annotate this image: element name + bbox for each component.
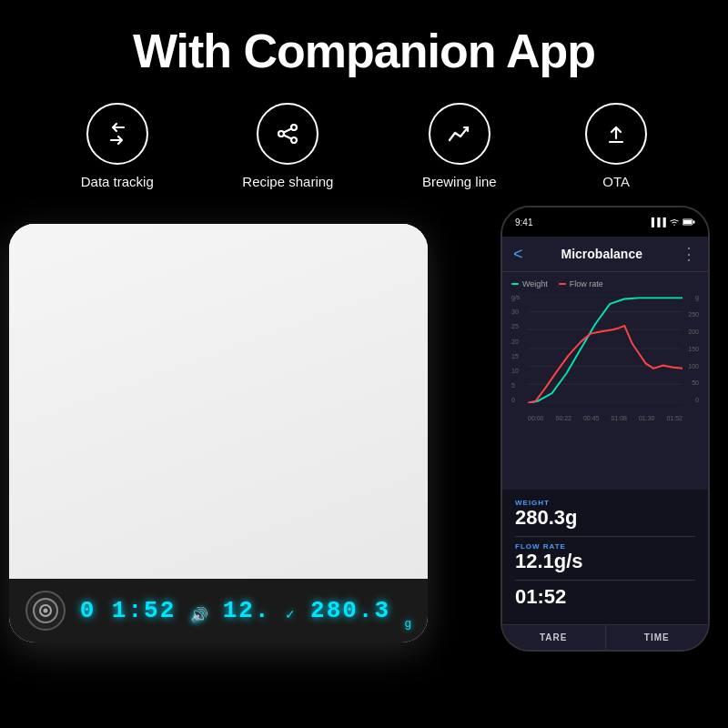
arrows-icon (104, 120, 131, 147)
flow-rate-chart-line (528, 326, 682, 403)
app-title: Microbalance (523, 247, 681, 261)
chart-svg (528, 294, 682, 403)
feature-data-tracking: Data trackig (81, 103, 154, 189)
y-right-unit: g (688, 294, 699, 300)
ota-label: OTA (602, 174, 630, 189)
signal-icon: ▐▐▐ (649, 217, 666, 227)
app-header: < Microbalance ⋮ (502, 237, 708, 272)
y-axis-right: g 250 200 150 100 50 0 (688, 294, 699, 403)
scale-button-icon (39, 604, 52, 617)
scale-speaker-icon: 🔊 (190, 606, 208, 623)
scale-weight-display: 12. (223, 597, 271, 624)
stats-section: WEIGHT 280.3g FLOW RATE 12.1g/s 01:52 (502, 490, 708, 625)
phone-screen: < Microbalance ⋮ Weight Flow rate (502, 237, 708, 650)
ota-icon-circle (585, 103, 647, 165)
brewing-line-icon-circle (429, 103, 490, 165)
svg-line-4 (284, 136, 291, 139)
scale-surface (9, 224, 428, 579)
data-tracking-label: Data trackig (81, 174, 154, 189)
svg-line-3 (284, 129, 291, 133)
y-left-unit: g/s (511, 294, 520, 300)
phone-status-bar: 9:41 ▐▐▐ (502, 207, 708, 237)
chart-container: g/s 30 25 20 15 10 5 0 g 250 200 1 (511, 294, 699, 421)
weight-legend-label: Weight (522, 279, 548, 288)
chart-icon (446, 120, 473, 147)
brewing-line-label: Brewing line (422, 174, 497, 189)
weight-chart-line (528, 298, 682, 404)
svg-rect-8 (693, 221, 695, 224)
svg-rect-9 (683, 220, 692, 224)
data-tracking-icon-circle (86, 103, 148, 165)
time-stat-row: 01:52 (515, 586, 695, 608)
wifi-icon (670, 218, 679, 226)
recipe-sharing-label: Recipe sharing (242, 174, 333, 189)
scale-device: 0 1:52 🔊 12. ✓ 280.3 g (9, 224, 428, 642)
flow-rate-legend-label: Flow rate (570, 279, 603, 288)
upload-icon (602, 120, 630, 147)
chart-section: Weight Flow rate g/s 30 25 20 15 (502, 272, 708, 489)
weight-stat-value: 280.3g (515, 507, 695, 529)
legend-flow-rate: Flow rate (559, 279, 603, 288)
tare-button[interactable]: TARE (502, 625, 606, 650)
feature-ota: OTA (585, 103, 647, 189)
weight-stat-row: WEIGHT 280.3g (515, 499, 695, 529)
scale-time-display: 0 1:52 (80, 597, 177, 624)
phone-mockup: 9:41 ▐▐▐ < Microbalance ⋮ (500, 206, 710, 652)
recipe-sharing-icon-circle (257, 103, 318, 165)
y-axis-left: g/s 30 25 20 15 10 5 0 (511, 294, 520, 403)
flow-rate-legend-dot (559, 283, 566, 285)
stats-divider-1 (515, 536, 695, 537)
flow-rate-stat-row: FLOW RATE 12.1g/s (515, 542, 695, 572)
chart-legend: Weight Flow rate (511, 279, 699, 288)
feature-recipe-sharing: Recipe sharing (242, 103, 333, 189)
battery-icon (682, 218, 695, 226)
header-section: With Companion App (0, 0, 728, 94)
scale-weight-decimal-display: 280.3 (310, 597, 390, 624)
scale-button-inner (33, 598, 58, 623)
app-back-button[interactable]: < (513, 245, 523, 264)
features-row: Data trackig Recipe sharing Brewing line (0, 94, 728, 206)
scale-power-button[interactable] (25, 591, 66, 631)
phone-bottom-buttons: TARE TIME (502, 624, 708, 650)
feature-brewing-line: Brewing line (422, 103, 497, 189)
scale-weight-unit: g (405, 616, 411, 630)
time-stat-value: 01:52 (515, 586, 695, 608)
product-area: 0 1:52 🔊 12. ✓ 280.3 g 9:41 ▐▐▐ (0, 206, 728, 688)
x-axis-labels: 00:00 00:22 00:45 01:08 01:30 01:52 (528, 415, 682, 421)
scale-display: 0 1:52 🔊 12. ✓ 280.3 g (9, 579, 428, 642)
app-menu-button[interactable]: ⋮ (681, 244, 697, 264)
page-title: With Companion App (18, 25, 710, 77)
stats-divider-2 (515, 580, 695, 581)
weight-legend-dot (511, 283, 519, 285)
phone-status-icons: ▐▐▐ (649, 217, 695, 227)
flow-rate-stat-value: 12.1g/s (515, 551, 695, 572)
share-icon (274, 120, 301, 147)
legend-weight: Weight (511, 279, 548, 288)
scale-check-icon: ✓ (285, 607, 296, 622)
time-button[interactable]: TIME (606, 625, 709, 650)
phone-time: 9:41 (515, 217, 532, 228)
